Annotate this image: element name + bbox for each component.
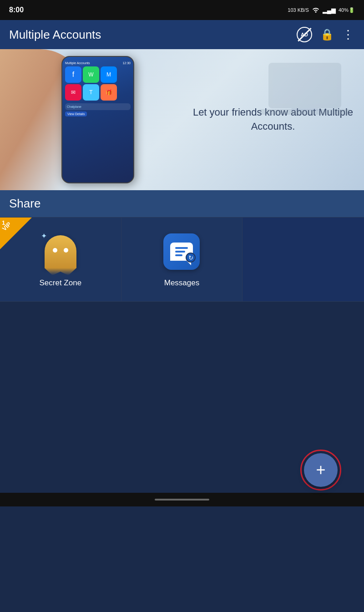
messages-label: Messages	[164, 278, 199, 288]
app-grid: VIP 1 ✦ Secret Zone	[0, 217, 364, 302]
msg-refresh-icon: ↻	[186, 253, 196, 263]
messages-cell[interactable]: ↻ Messages	[121, 217, 243, 302]
app-bar: Multiple Accounts AD 🔒 ⋮	[0, 20, 364, 49]
svg-rect-2	[273, 67, 337, 104]
status-time: 8:00	[9, 6, 24, 14]
msg-line-3	[175, 254, 182, 256]
fab-container: +	[0, 447, 364, 493]
empty-cell	[243, 217, 364, 302]
app-title: Multiple Accounts	[9, 28, 289, 42]
signal-icon: ▂▄▆	[323, 7, 336, 14]
no-ad-label: AD	[301, 32, 308, 37]
sparkle-icon: ✦	[41, 232, 47, 240]
wifi-icon	[312, 6, 320, 14]
secret-zone-icon: ✦	[40, 231, 81, 272]
app-bar-icons: AD 🔒 ⋮	[297, 27, 355, 42]
svg-rect-4	[291, 108, 318, 111]
ghost-eye-left	[53, 248, 57, 253]
status-right: 103 KB/S ▂▄▆ 40%🔋	[288, 6, 355, 14]
svg-point-0	[315, 11, 316, 12]
share-section: Share	[0, 190, 364, 217]
status-bar: 8:00 103 KB/S ▂▄▆ 40%🔋	[0, 0, 364, 20]
add-icon: +	[316, 462, 325, 478]
msg-line-1	[175, 247, 188, 249]
network-speed: 103 KB/S	[288, 7, 308, 13]
secret-zone-cell[interactable]: VIP 1 ✦ Secret Zone	[0, 217, 121, 302]
laptop-background-icon	[259, 58, 350, 126]
bottom-bar	[0, 493, 364, 506]
ghost-body	[45, 235, 76, 268]
no-ad-button[interactable]: AD	[297, 27, 312, 42]
banner-phone-area: Multiple Accounts 12:30 f W M ✉ T 🎁 Chat…	[0, 49, 182, 190]
messages-icon-container: ↻	[163, 233, 200, 270]
messages-icon: ↻	[161, 231, 202, 272]
empty-content-area	[0, 302, 364, 447]
more-button[interactable]: ⋮	[342, 28, 355, 42]
item-number: 1	[2, 219, 5, 226]
ghost-eye-right	[64, 248, 68, 253]
secret-zone-label: Secret Zone	[40, 278, 82, 288]
home-indicator	[155, 499, 209, 501]
add-button[interactable]: +	[304, 453, 338, 487]
share-title: Share	[9, 197, 40, 210]
battery-icon: 40%🔋	[339, 7, 355, 13]
phone-mockup: Multiple Accounts 12:30 f W M ✉ T 🎁 Chat…	[61, 56, 134, 183]
fab-ring: +	[300, 450, 341, 491]
ghost-eyes	[45, 248, 76, 253]
msg-line-2	[175, 251, 185, 253]
lock-button[interactable]: 🔒	[320, 28, 334, 41]
banner: Multiple Accounts 12:30 f W M ✉ T 🎁 Chat…	[0, 49, 364, 190]
message-bubble-wrapper: ↻	[170, 243, 193, 261]
